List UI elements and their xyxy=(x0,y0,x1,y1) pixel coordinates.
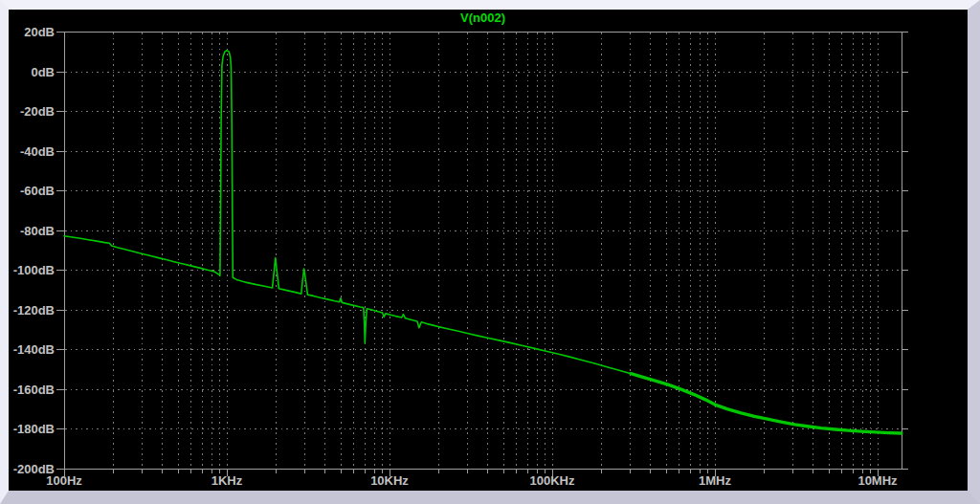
y-axis-label: -80dB xyxy=(20,224,55,238)
y-axis-label: 0dB xyxy=(31,65,55,79)
x-axis-label: 100Hz xyxy=(46,473,82,488)
y-axis-label: -120dB xyxy=(13,303,55,318)
x-axis-label: 10KHz xyxy=(370,473,409,488)
y-axis-label: -160dB xyxy=(13,383,55,397)
y-axis-label: -40dB xyxy=(20,144,55,159)
y-axis-label: -140dB xyxy=(13,342,55,357)
x-axis-label: 1MHz xyxy=(699,473,731,488)
y-axis-label: 20dB xyxy=(24,25,55,39)
y-axis-label: -60dB xyxy=(20,184,55,198)
y-axis-label: -180dB xyxy=(13,422,55,436)
plot-surface[interactable]: V(n002) 20dB0dB-20dB-40dB-60dB-80dB-100d… xyxy=(9,10,968,491)
x-axis-label: 100KHz xyxy=(530,473,575,488)
x-axis-label: 10MHz xyxy=(858,473,898,488)
y-axis-label: -20dB xyxy=(20,104,55,119)
plot-window: V(n002) 20dB0dB-20dB-40dB-60dB-80dB-100d… xyxy=(0,0,980,504)
trace-vn002 xyxy=(64,51,902,433)
y-axis-label: -100dB xyxy=(13,263,55,277)
trace-noise-band xyxy=(631,374,902,433)
fft-plot-svg[interactable]: 20dB0dB-20dB-40dB-60dB-80dB-100dB-120dB-… xyxy=(9,10,968,491)
plot-frame xyxy=(65,33,902,470)
x-axis-label: 1KHz xyxy=(212,473,243,488)
